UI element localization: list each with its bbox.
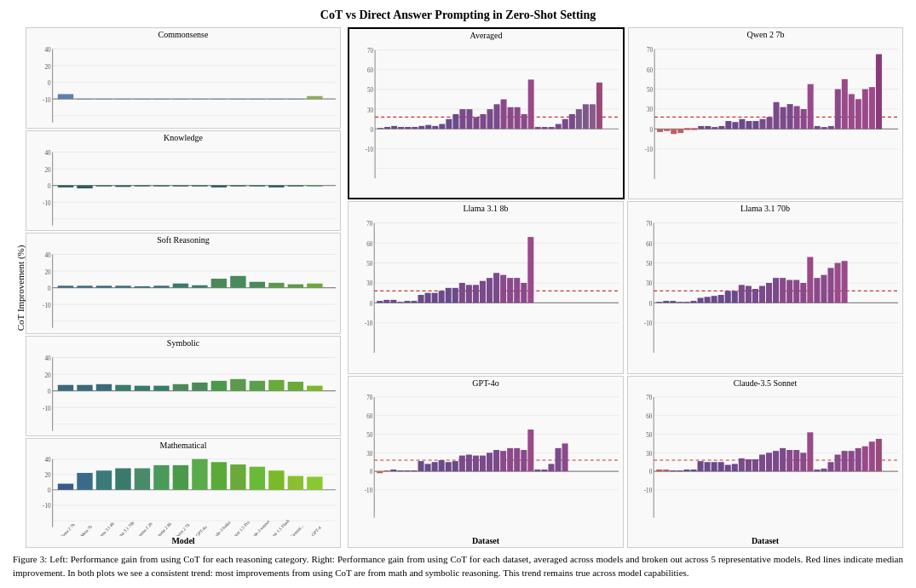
svg-rect-355 <box>534 470 540 471</box>
svg-rect-41 <box>153 185 169 186</box>
svg-rect-186 <box>590 104 596 129</box>
svg-rect-305 <box>766 283 772 303</box>
svg-text:20: 20 <box>44 268 50 276</box>
svg-rect-73 <box>288 285 303 288</box>
svg-rect-64 <box>115 285 130 287</box>
svg-text:-10: -10 <box>644 320 653 328</box>
chart-qwen2-7b: Qwen 2 7b 70 60 50 30 <box>628 27 903 199</box>
svg-text:0: 0 <box>649 468 653 476</box>
svg-rect-302 <box>746 286 752 303</box>
caption: Figure 3: Left: Performance gain from us… <box>13 553 903 579</box>
chart-llama31-8b: Llama 3.1 8b 70 60 50 30 <box>348 201 624 373</box>
svg-rect-38 <box>96 185 112 186</box>
x-label-right-claude35: Dataset <box>628 536 902 547</box>
svg-text:30: 30 <box>646 280 652 288</box>
svg-rect-67 <box>173 284 188 288</box>
svg-text:0: 0 <box>48 79 51 88</box>
svg-rect-187 <box>596 83 602 129</box>
svg-text:Gemini...: Gemini... <box>290 523 305 536</box>
svg-rect-99 <box>307 385 322 390</box>
chart-title-commonsense: Commonsense <box>26 28 340 39</box>
svg-text:60: 60 <box>366 240 372 249</box>
chart-title-averaged: Averaged <box>349 29 623 40</box>
svg-rect-228 <box>828 126 834 130</box>
svg-text:0: 0 <box>371 125 374 134</box>
svg-rect-174 <box>508 107 514 129</box>
svg-text:Llama 3.1 70b: Llama 3.1 70b <box>113 520 135 536</box>
svg-rect-270 <box>507 279 513 303</box>
svg-rect-65 <box>135 286 150 288</box>
svg-rect-356 <box>541 470 547 471</box>
svg-text:60: 60 <box>646 240 652 249</box>
svg-rect-251 <box>377 301 383 303</box>
svg-rect-234 <box>869 87 875 129</box>
svg-rect-208 <box>691 128 697 130</box>
svg-rect-350 <box>500 451 506 471</box>
svg-text:-10: -10 <box>43 404 51 412</box>
svg-rect-221 <box>781 107 786 130</box>
svg-rect-382 <box>705 462 711 471</box>
svg-rect-124 <box>307 477 322 490</box>
svg-rect-166 <box>452 114 458 129</box>
svg-rect-301 <box>739 285 745 303</box>
chart-title-symbolic: Symbolic <box>26 337 340 348</box>
svg-rect-158 <box>398 127 404 129</box>
svg-rect-211 <box>711 127 717 129</box>
svg-text:30: 30 <box>367 106 373 114</box>
svg-rect-44 <box>211 185 227 187</box>
svg-rect-176 <box>521 114 527 129</box>
svg-rect-402 <box>842 451 848 471</box>
svg-text:-10: -10 <box>645 146 654 154</box>
svg-rect-312 <box>814 279 820 303</box>
svg-rect-405 <box>862 446 868 470</box>
svg-rect-344 <box>459 455 465 471</box>
svg-rect-164 <box>439 124 445 129</box>
svg-rect-338 <box>418 461 424 471</box>
svg-rect-377 <box>670 470 676 471</box>
svg-rect-37 <box>77 185 92 187</box>
svg-text:30: 30 <box>646 449 652 457</box>
chart-title-claude35: Claude-3.5 Sonnet <box>628 377 902 388</box>
svg-rect-258 <box>425 293 431 303</box>
svg-text:70: 70 <box>367 47 373 55</box>
svg-rect-216 <box>746 121 752 129</box>
svg-rect-313 <box>821 275 827 303</box>
svg-text:Claude-3 haiku: Claude-3 haiku <box>209 519 232 536</box>
svg-rect-212 <box>718 126 724 130</box>
chart-title-knowledge: Knowledge <box>26 131 340 142</box>
svg-text:50: 50 <box>367 86 373 95</box>
svg-text:70: 70 <box>366 220 372 228</box>
svg-rect-89 <box>115 384 130 390</box>
svg-rect-181 <box>556 124 562 129</box>
svg-text:-10: -10 <box>365 320 373 328</box>
svg-rect-48 <box>288 185 303 186</box>
svg-rect-178 <box>535 127 541 129</box>
svg-rect-291 <box>670 301 676 303</box>
svg-rect-19 <box>211 99 227 100</box>
svg-rect-269 <box>500 275 506 303</box>
x-label-right-gpt4o: Dataset <box>349 536 623 547</box>
svg-rect-231 <box>849 94 855 129</box>
svg-rect-161 <box>418 126 424 129</box>
svg-rect-400 <box>827 462 833 471</box>
svg-rect-230 <box>842 79 848 130</box>
svg-rect-379 <box>683 470 689 471</box>
svg-rect-96 <box>250 380 265 390</box>
svg-rect-160 <box>412 127 418 129</box>
svg-text:0: 0 <box>370 468 373 476</box>
svg-rect-123 <box>288 476 303 490</box>
svg-text:0: 0 <box>48 285 51 293</box>
svg-rect-69 <box>211 279 227 288</box>
svg-rect-387 <box>739 458 745 471</box>
svg-rect-167 <box>459 109 465 129</box>
svg-rect-205 <box>671 129 677 134</box>
svg-rect-114 <box>115 469 130 490</box>
svg-rect-155 <box>377 128 383 129</box>
svg-rect-217 <box>752 121 758 129</box>
chart-llama31-70b: Llama 3.1 70b 70 60 50 30 <box>627 201 903 373</box>
svg-rect-95 <box>230 378 245 390</box>
svg-rect-308 <box>786 280 792 303</box>
svg-rect-175 <box>515 107 521 129</box>
svg-text:60: 60 <box>647 66 653 74</box>
svg-text:50: 50 <box>646 260 652 268</box>
